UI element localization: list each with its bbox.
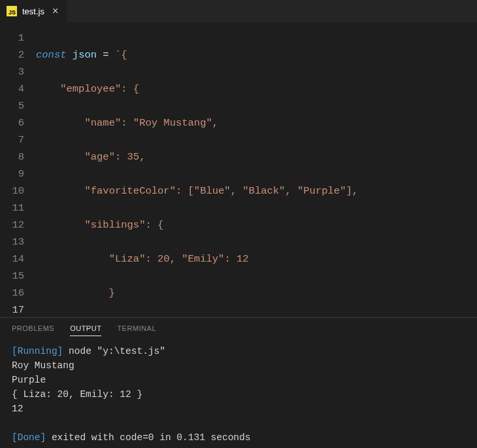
line-number: 8 bbox=[0, 148, 24, 165]
code-line: } bbox=[36, 284, 477, 302]
output-line: 12 bbox=[12, 402, 465, 416]
code-line: "favoriteColor": ["Blue", "Black", "Purp… bbox=[36, 182, 477, 199]
code-editor[interactable]: 1 2 3 4 5 6 7 8 9 10 11 12 13 14 15 16 1… bbox=[0, 23, 477, 317]
line-number: 13 bbox=[0, 233, 24, 250]
editor-tab[interactable]: JS test.js × bbox=[0, 0, 67, 22]
line-number: 11 bbox=[0, 199, 24, 216]
tab-output[interactable]: OUTPUT bbox=[70, 324, 101, 336]
output-line: [Done] exited with code=0 in 0.131 secon… bbox=[12, 430, 465, 445]
output-line: Purple bbox=[12, 373, 465, 387]
bottom-panel: PROBLEMS OUTPUT TERMINAL [Running] node … bbox=[0, 317, 477, 448]
line-number: 6 bbox=[0, 114, 24, 131]
code-line: "age": 35, bbox=[36, 148, 477, 165]
line-number: 10 bbox=[0, 182, 24, 199]
code-line: "employee": { bbox=[36, 80, 477, 97]
tab-filename: test.js bbox=[22, 7, 44, 16]
line-number: 14 bbox=[0, 250, 24, 267]
line-number: 12 bbox=[0, 216, 24, 233]
tab-problems[interactable]: PROBLEMS bbox=[12, 324, 54, 336]
js-file-icon: JS bbox=[7, 6, 17, 16]
line-number: 4 bbox=[0, 80, 24, 97]
line-number: 7 bbox=[0, 131, 24, 148]
code-line: "siblings": { bbox=[36, 216, 477, 233]
code-line: const json = `{ bbox=[36, 46, 477, 63]
line-number: 2 bbox=[0, 46, 24, 63]
code-line: "name": "Roy Mustang", bbox=[36, 114, 477, 131]
line-number: 1 bbox=[0, 29, 24, 46]
code-line: "Liza": 20, "Emily": 12 bbox=[36, 250, 477, 267]
line-number: 9 bbox=[0, 165, 24, 182]
output-line: [Running] node "y:\test.js" bbox=[12, 344, 465, 358]
tab-terminal[interactable]: TERMINAL bbox=[117, 324, 156, 336]
line-number: 5 bbox=[0, 97, 24, 114]
line-gutter: 1 2 3 4 5 6 7 8 9 10 11 12 13 14 15 16 1… bbox=[0, 29, 36, 317]
output-line: Roy Mustang bbox=[12, 358, 465, 373]
panel-tabs: PROBLEMS OUTPUT TERMINAL bbox=[0, 318, 477, 341]
line-number: 17 bbox=[0, 302, 24, 317]
tab-bar: JS test.js × bbox=[0, 0, 477, 23]
output-line: { Liza: 20, Emily: 12 } bbox=[12, 387, 465, 402]
line-number: 16 bbox=[0, 284, 24, 302]
code-content[interactable]: const json = `{ "employee": { "name": "R… bbox=[36, 29, 477, 317]
line-number: 15 bbox=[0, 267, 24, 284]
line-number: 3 bbox=[0, 63, 24, 80]
output-line bbox=[12, 416, 465, 430]
output-content[interactable]: [Running] node "y:\test.js" Roy Mustang … bbox=[0, 341, 477, 447]
close-icon[interactable]: × bbox=[50, 5, 61, 17]
